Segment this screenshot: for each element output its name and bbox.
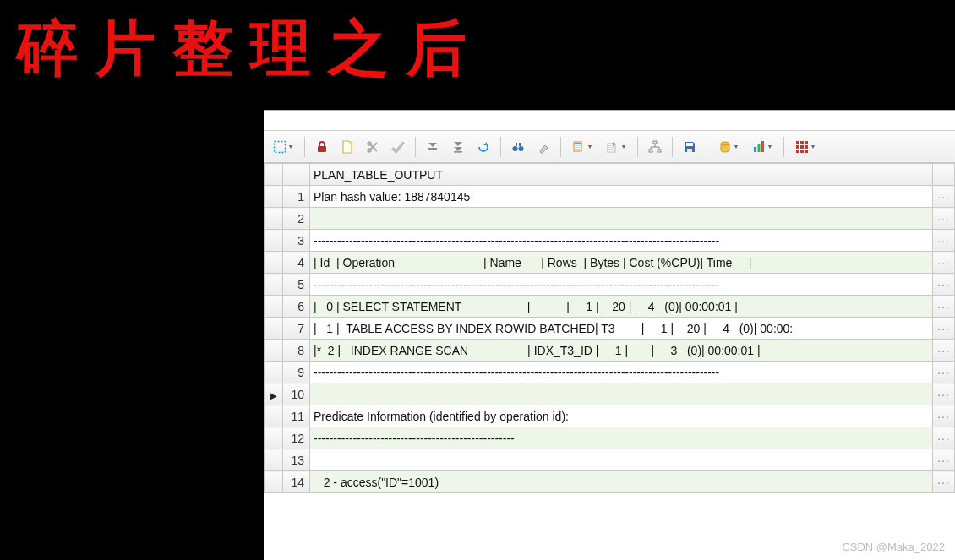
dropdown-icon: ▼ (621, 144, 627, 150)
row-more-button[interactable]: ··· (933, 318, 955, 340)
bar-chart-icon (752, 140, 766, 154)
row-number-cell: 3 (283, 230, 310, 252)
lock-icon (315, 140, 329, 154)
copy-button[interactable]: ▼ (566, 135, 598, 159)
table-row[interactable]: 7| 1 | TABLE ACCESS BY INDEX ROWID BATCH… (265, 318, 955, 340)
gutter-header-cell (265, 164, 283, 186)
export-button[interactable]: ▼ (600, 135, 632, 159)
floppy-icon (683, 140, 696, 154)
row-more-button[interactable]: ··· (933, 449, 955, 471)
delete-button[interactable] (361, 135, 385, 159)
table-row[interactable]: 8|* 2 | INDEX RANGE SCAN | IDX_T3_ID | 1… (265, 340, 955, 362)
eraser-icon (537, 140, 550, 154)
tree-diagram-icon (648, 140, 662, 154)
svg-rect-12 (575, 143, 581, 144)
row-more-button[interactable]: ··· (933, 340, 955, 362)
table-row[interactable]: 1Plan hash value: 1887840145··· (265, 186, 955, 208)
page-icon (341, 140, 354, 154)
data-cell[interactable]: Plan hash value: 1887840145 (310, 186, 933, 208)
table-row[interactable]: ▶10··· (265, 383, 955, 405)
row-more-button[interactable]: ··· (933, 427, 955, 449)
data-cell[interactable]: ----------------------------------------… (310, 427, 933, 449)
data-grid[interactable]: PLAN_TABLE_OUTPUT 1Plan hash value: 1887… (264, 163, 955, 493)
gutter-cell (265, 230, 283, 252)
chart-button[interactable]: ▼ (746, 135, 778, 159)
first-row-button[interactable] (421, 135, 445, 159)
row-more-button[interactable]: ··· (933, 383, 955, 405)
row-more-button[interactable]: ··· (933, 208, 955, 230)
data-cell[interactable] (310, 208, 933, 230)
data-cell[interactable]: |* 2 | INDEX RANGE SCAN | IDX_T3_ID | 1 … (310, 340, 933, 362)
data-cell[interactable]: ----------------------------------------… (310, 274, 933, 296)
data-cell[interactable]: | Id | Operation | Name | Rows | Bytes |… (310, 252, 933, 274)
save-button[interactable] (678, 135, 701, 159)
select-region-button[interactable]: ▼ (267, 135, 299, 159)
row-number-cell: 2 (283, 208, 310, 230)
gutter-cell (265, 405, 283, 427)
table-row[interactable]: 4| Id | Operation | Name | Rows | Bytes … (265, 252, 955, 274)
table-row[interactable]: 14 2 - access("ID"=1001)··· (265, 471, 955, 493)
data-cell[interactable] (310, 449, 933, 471)
svg-rect-17 (608, 145, 614, 146)
svg-rect-24 (687, 149, 692, 152)
table-row[interactable]: 6| 0 | SELECT STATEMENT | | 1 | 20 | 4 (… (265, 296, 955, 318)
clear-button[interactable] (532, 135, 555, 159)
row-more-button[interactable]: ··· (933, 274, 955, 296)
table-row[interactable]: 3---------------------------------------… (265, 230, 955, 252)
binoculars-icon (511, 140, 525, 154)
svg-rect-10 (519, 143, 521, 146)
row-more-button[interactable]: ··· (933, 362, 955, 383)
table-row[interactable]: 2··· (265, 208, 955, 230)
last-row-button[interactable] (446, 135, 470, 159)
find-button[interactable] (506, 135, 530, 159)
row-more-button[interactable]: ··· (933, 252, 955, 274)
data-cell[interactable] (310, 383, 933, 405)
row-number-cell: 13 (283, 449, 310, 471)
table-row[interactable]: 12--------------------------------------… (265, 427, 955, 449)
data-cell[interactable]: | 1 | TABLE ACCESS BY INDEX ROWID BATCHE… (310, 318, 933, 340)
watermark: CSDN @Maka_2022 (842, 541, 945, 553)
data-cell[interactable]: 2 - access("ID"=1001) (310, 471, 933, 493)
svg-point-8 (519, 146, 524, 151)
commit-button[interactable] (386, 135, 410, 159)
row-more-button[interactable]: ··· (933, 471, 955, 493)
top-hint-area (264, 111, 955, 131)
gutter-cell (265, 340, 283, 362)
arrow-down-double-icon (452, 141, 464, 153)
row-number-cell: 10 (283, 383, 310, 405)
database-button[interactable]: ▼ (712, 135, 745, 159)
separator (500, 137, 501, 157)
query-builder-button[interactable] (643, 135, 667, 159)
grid-view-button[interactable]: ▼ (789, 135, 821, 159)
separator (304, 137, 305, 157)
separator (415, 137, 416, 157)
refresh-icon (477, 140, 490, 154)
check-icon (390, 139, 406, 155)
table-row[interactable]: 13··· (265, 449, 955, 471)
lock-button[interactable] (310, 135, 334, 159)
dropdown-icon: ▼ (810, 144, 816, 150)
row-more-button[interactable]: ··· (933, 230, 955, 252)
separator (707, 137, 707, 157)
table-row[interactable]: 11Predicate Information (identified by o… (265, 405, 955, 427)
row-number-cell: 7 (283, 318, 310, 340)
column-header[interactable]: PLAN_TABLE_OUTPUT (310, 164, 933, 186)
refresh-button[interactable] (472, 135, 495, 159)
table-row[interactable]: 5---------------------------------------… (265, 274, 955, 296)
data-cell[interactable]: | 0 | SELECT STATEMENT | | 1 | 20 | 4 (0… (310, 296, 933, 318)
data-cell[interactable]: Predicate Information (identified by ope… (310, 405, 933, 427)
table-row[interactable]: 9---------------------------------------… (265, 362, 955, 383)
data-cell[interactable]: ----------------------------------------… (310, 230, 933, 252)
dropdown-icon: ▼ (288, 144, 294, 150)
new-button[interactable] (336, 135, 359, 159)
gutter-cell (265, 362, 283, 383)
data-cell[interactable]: ----------------------------------------… (310, 362, 933, 383)
row-more-button[interactable]: ··· (933, 405, 955, 427)
svg-rect-6 (454, 151, 462, 153)
row-more-button[interactable]: ··· (933, 186, 955, 208)
gutter-cell (265, 471, 283, 493)
row-number-cell: 4 (283, 252, 310, 274)
row-more-button[interactable]: ··· (933, 296, 955, 318)
grid-icon (795, 140, 809, 154)
svg-point-2 (350, 141, 353, 144)
